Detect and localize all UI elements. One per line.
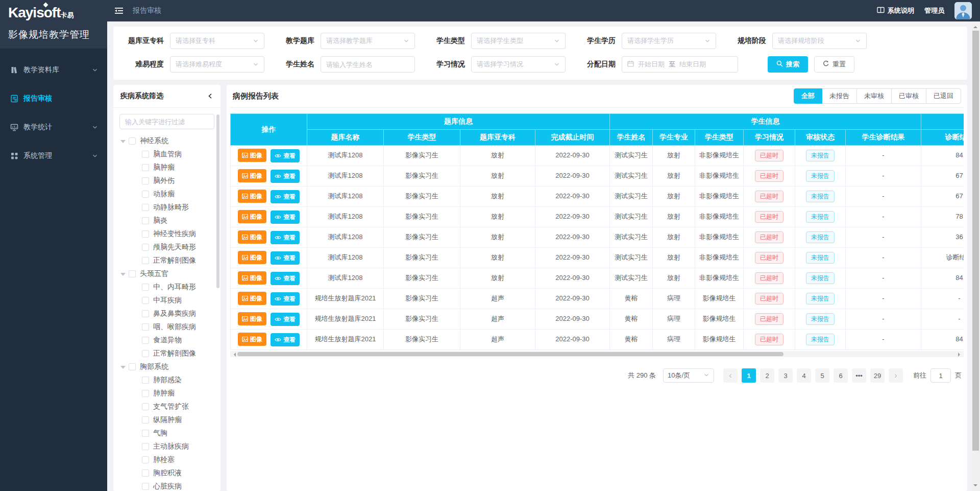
image-button[interactable]: 图像 <box>238 190 266 203</box>
sidebar-item-2[interactable]: 教学统计 <box>0 113 107 142</box>
tree-node-label[interactable]: 肺肿瘤 <box>153 389 175 398</box>
tree-checkbox[interactable] <box>142 177 149 184</box>
tree-scrollbar-thumb[interactable] <box>216 114 219 288</box>
tree-node-child[interactable]: 心脏疾病 <box>119 480 220 491</box>
tree-node-child[interactable]: 纵隔肿瘤 <box>119 413 220 427</box>
tree-node-child[interactable]: 支气管扩张 <box>119 400 220 413</box>
tree-node-label[interactable]: 正常解剖图像 <box>153 349 196 358</box>
scroll-right-icon[interactable] <box>958 353 962 357</box>
tree-node-label[interactable]: 神经变性疾病 <box>153 229 196 239</box>
view-button[interactable]: 查看 <box>271 170 300 183</box>
filter-select[interactable]: 请选择教学题库 <box>321 33 415 49</box>
image-button[interactable]: 图像 <box>238 169 266 182</box>
tree-checkbox[interactable] <box>142 403 149 410</box>
tree-search-input[interactable] <box>119 114 214 129</box>
tree-node-child[interactable]: 正常解剖图像 <box>119 347 220 360</box>
tree-node-label[interactable]: 肺栓塞 <box>153 455 175 464</box>
tree-node-child[interactable]: 颅脑先天畸形 <box>119 241 220 254</box>
tree-node-child[interactable]: 脑肿瘤 <box>119 161 220 174</box>
image-button[interactable]: 图像 <box>238 149 266 162</box>
tree-node-label[interactable]: 心脏疾病 <box>153 482 182 491</box>
image-button[interactable]: 图像 <box>238 292 266 305</box>
filter-select[interactable]: 请选择难易程度 <box>170 56 264 73</box>
tree-checkbox[interactable] <box>142 470 149 477</box>
prev-page-button[interactable]: ‹ <box>723 368 738 383</box>
tree-checkbox[interactable] <box>142 456 149 463</box>
tree-node-child[interactable]: 脑血管病 <box>119 148 220 161</box>
filter-text-input[interactable] <box>321 56 415 73</box>
image-button[interactable]: 图像 <box>238 210 266 223</box>
image-button[interactable]: 图像 <box>238 251 266 264</box>
page-button-5[interactable]: 5 <box>815 368 829 383</box>
tab-2[interactable]: 未审核 <box>857 88 892 104</box>
tree-node-label[interactable]: 肺部感染 <box>153 376 182 385</box>
sidebar-item-1[interactable]: 报告审核 <box>0 84 107 113</box>
tree-checkbox[interactable] <box>142 443 149 450</box>
tree-node-label[interactable]: 头颈五官 <box>140 269 168 278</box>
page-button-3[interactable]: 3 <box>778 368 793 383</box>
tree-node-child[interactable]: 肺栓塞 <box>119 453 220 466</box>
tree-node-child[interactable]: 肺肿瘤 <box>119 387 220 400</box>
tree-checkbox[interactable] <box>142 284 149 291</box>
sidebar-item-0[interactable]: 教学资料库 <box>0 56 107 84</box>
tree-node-child[interactable]: 咽、喉部疾病 <box>119 320 220 334</box>
tree-node-label[interactable]: 胸腔积液 <box>153 469 182 478</box>
tree-checkbox[interactable] <box>142 297 149 304</box>
page-button-6[interactable]: 6 <box>834 368 848 383</box>
tree-checkbox[interactable] <box>142 244 149 251</box>
hamburger-icon[interactable] <box>114 7 124 15</box>
filter-select[interactable]: 请选择学生类型 <box>471 33 566 49</box>
username[interactable]: 管理员 <box>924 6 944 15</box>
tree-checkbox[interactable] <box>142 483 149 490</box>
tree-node-parent[interactable]: 胸部系统 <box>119 360 220 373</box>
tree-node-label[interactable]: 鼻及鼻窦疾病 <box>153 309 196 318</box>
tree-node-label[interactable]: 中、内耳畸形 <box>153 283 196 292</box>
system-help-button[interactable]: 系统说明 <box>877 6 914 15</box>
tree-checkbox[interactable] <box>142 204 149 211</box>
tree-checkbox[interactable] <box>142 230 149 238</box>
page-button-29[interactable]: 29 <box>870 368 885 383</box>
search-button[interactable]: 搜索 <box>768 56 808 73</box>
view-button[interactable]: 查看 <box>271 251 300 265</box>
page-button-4[interactable]: 4 <box>797 368 811 383</box>
tree-node-child[interactable]: 动静脉畸形 <box>119 201 220 214</box>
caret-down-icon[interactable] <box>120 366 126 371</box>
tree-checkbox[interactable] <box>129 137 136 145</box>
tree-node-child[interactable]: 食道异物 <box>119 334 220 347</box>
tree-checkbox[interactable] <box>142 191 149 198</box>
tab-1[interactable]: 未报告 <box>822 88 857 104</box>
tree-node-label[interactable]: 咽、喉部疾病 <box>153 322 196 332</box>
image-button[interactable]: 图像 <box>238 312 266 325</box>
tree-checkbox[interactable] <box>129 270 136 277</box>
view-button[interactable]: 查看 <box>271 272 300 285</box>
tree-node-label[interactable]: 主动脉疾病 <box>153 442 189 451</box>
tree-checkbox[interactable] <box>142 151 149 158</box>
view-button[interactable]: 查看 <box>271 211 300 224</box>
tree-checkbox[interactable] <box>142 337 149 344</box>
image-button[interactable]: 图像 <box>238 230 266 244</box>
tree-node-label[interactable]: 中耳疾病 <box>153 296 182 305</box>
caret-down-icon[interactable] <box>120 140 126 146</box>
tree-node-child[interactable]: 脑炎 <box>119 214 220 227</box>
tree-node-label[interactable]: 脑血管病 <box>153 150 182 159</box>
tree-checkbox[interactable] <box>142 430 149 437</box>
tree-node-label[interactable]: 动静脉畸形 <box>153 203 189 212</box>
scroll-left-icon[interactable] <box>232 353 236 357</box>
tree-node-label[interactable]: 气胸 <box>153 429 167 438</box>
tree-checkbox[interactable] <box>142 310 149 317</box>
tree-node-child[interactable]: 中耳疾病 <box>119 294 220 307</box>
tree-node-child[interactable]: 肺部感染 <box>119 373 220 387</box>
filter-select[interactable]: 请选择亚专科 <box>170 33 264 49</box>
tree-checkbox[interactable] <box>142 390 149 397</box>
tree-checkbox[interactable] <box>142 377 149 384</box>
goto-page-input[interactable] <box>930 368 951 383</box>
image-button[interactable]: 图像 <box>238 333 266 346</box>
tree-node-child[interactable]: 胸腔积液 <box>119 466 220 480</box>
page-scrollbar-thumb[interactable] <box>972 31 979 451</box>
page-button-2[interactable]: 2 <box>760 368 774 383</box>
tree-checkbox[interactable] <box>142 416 149 424</box>
tab-4[interactable]: 已退回 <box>926 88 961 104</box>
tree-checkbox[interactable] <box>142 323 149 331</box>
tree-node-label[interactable]: 食道异物 <box>153 336 182 345</box>
tree-checkbox[interactable] <box>142 350 149 357</box>
